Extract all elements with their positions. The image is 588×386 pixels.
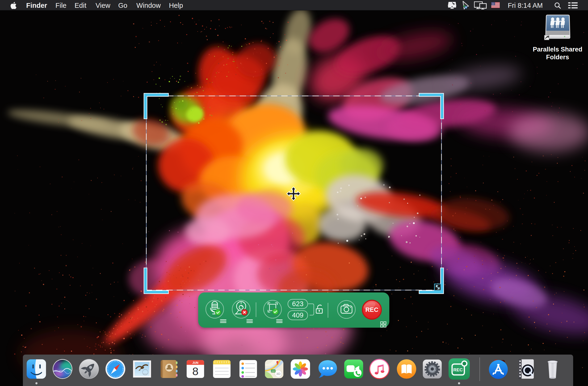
svg-text:3D: 3D xyxy=(276,372,281,376)
svg-text:280: 280 xyxy=(271,370,275,372)
svg-text:REC: REC xyxy=(453,367,463,372)
svg-text:REC: REC xyxy=(365,306,378,313)
svg-text:623: 623 xyxy=(292,300,303,308)
svg-text:8: 8 xyxy=(192,365,198,378)
svg-text:JUN: JUN xyxy=(192,361,198,364)
svg-text:409: 409 xyxy=(292,311,303,319)
